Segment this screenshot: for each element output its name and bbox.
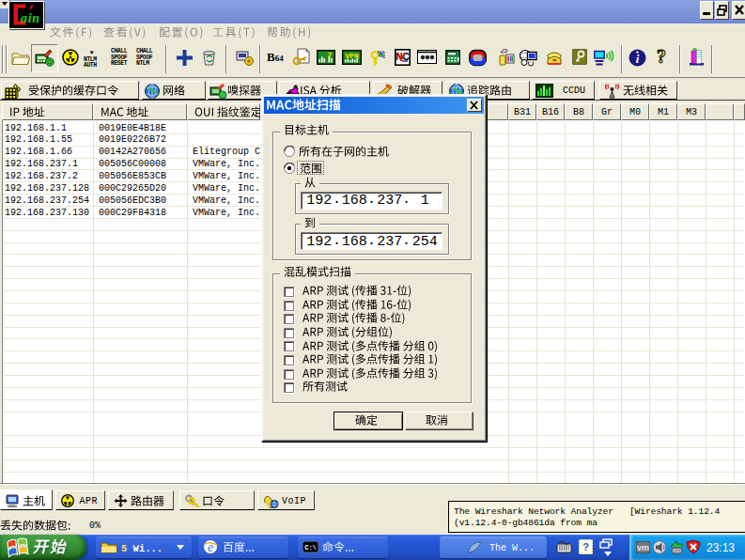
svg-text:ain: ain xyxy=(21,11,39,25)
svg-text:C:\: C:\ xyxy=(304,544,317,552)
svg-text:?: ? xyxy=(582,541,589,552)
svg-text:7: 7 xyxy=(327,52,332,61)
svg-text:vm: vm xyxy=(637,543,649,552)
